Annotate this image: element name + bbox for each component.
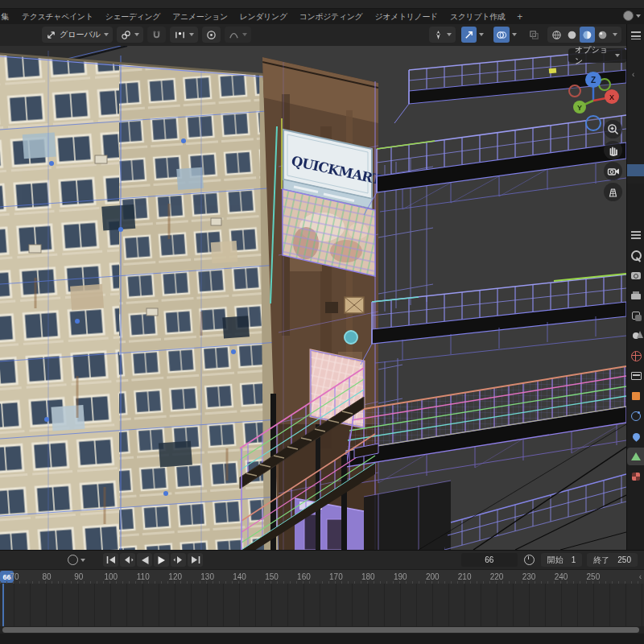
timeline-header: 66 開始 1 終了 250 <box>0 551 644 569</box>
jump-start-icon <box>105 555 117 564</box>
properties-tab-constraints[interactable] <box>627 407 644 425</box>
gizmo-toggle-button[interactable] <box>461 27 477 43</box>
proportional-falloff-button[interactable] <box>225 27 251 43</box>
scene-icon <box>633 332 639 339</box>
shading-rendered-button[interactable] <box>595 27 610 43</box>
tool-icon <box>631 250 642 261</box>
properties-tab-render[interactable] <box>627 266 644 284</box>
axis-neg-z-ball[interactable] <box>586 116 601 130</box>
timeline-ruler[interactable]: 66 ‹ 70809010011012013014015016017018019… <box>0 569 644 584</box>
world-icon <box>631 351 642 361</box>
scene-icon[interactable] <box>623 10 634 21</box>
properties-tab-output[interactable] <box>627 287 644 304</box>
axis-x-label: X <box>609 93 614 101</box>
playhead-line[interactable] <box>2 584 4 626</box>
pivot-point-button[interactable] <box>117 27 143 43</box>
jump-to-start-button[interactable] <box>103 553 118 567</box>
shading-solid-button[interactable] <box>564 27 580 43</box>
xray-toggle-button[interactable] <box>525 27 543 43</box>
ruler-tick-130: 130 <box>196 572 220 581</box>
properties-tab-object[interactable] <box>627 387 644 405</box>
ruler-tick-110: 110 <box>131 572 155 581</box>
workspace-tabs: 集テクスチャペイントシェーディングアニメーションレンダリングコンポジティングジオ… <box>0 9 523 24</box>
chevron-down-icon[interactable] <box>479 33 484 36</box>
shading-mode-group <box>547 27 621 43</box>
properties-tab-editor-type[interactable] <box>627 226 644 244</box>
properties-tab-world[interactable] <box>627 347 644 365</box>
prev-keyframe-button[interactable] <box>120 553 135 567</box>
properties-tab-material[interactable] <box>627 468 644 485</box>
properties-tab-physics[interactable] <box>627 427 644 445</box>
show-gizmo-button[interactable] <box>429 27 456 43</box>
orthographic-toggle-button[interactable] <box>604 183 622 201</box>
current-frame-field[interactable]: 66 <box>461 553 518 567</box>
material-preview-sphere-icon <box>582 30 592 40</box>
object-data-icon <box>631 452 641 460</box>
properties-tab-view-layer[interactable] <box>627 307 644 324</box>
ruler-tick-200: 200 <box>420 572 444 581</box>
zoom-button[interactable] <box>604 120 622 138</box>
xray-icon <box>529 30 539 40</box>
ruler-tick-160: 160 <box>291 572 316 581</box>
timeline-scroll-row <box>0 626 644 634</box>
hand-icon <box>607 144 619 156</box>
snap-target-button[interactable] <box>170 27 198 43</box>
next-keyframe-icon <box>173 555 184 564</box>
jump-to-end-button[interactable] <box>188 553 203 567</box>
3d-viewport[interactable]: QUICKMART <box>0 46 626 550</box>
chevron-down-icon <box>80 559 85 562</box>
workspace-tab-5[interactable]: レンダリング <box>239 10 288 24</box>
workspace-tab-4[interactable]: アニメーション <box>171 10 229 24</box>
chevron-down-icon[interactable] <box>512 33 517 36</box>
shading-wireframe-button[interactable] <box>549 27 564 43</box>
workspace-tab-8[interactable]: スクリプト作成 <box>449 10 506 24</box>
empty-marker[interactable] <box>345 331 357 344</box>
camera-icon <box>607 166 620 177</box>
properties-tab-tool[interactable] <box>627 246 644 264</box>
collapse-arrow-icon[interactable]: ‹ <box>632 70 634 79</box>
chevron-down-icon <box>447 33 452 36</box>
prev-keyframe-icon <box>122 555 134 564</box>
rendered-sphere-icon <box>597 30 608 40</box>
snap-magnet-button[interactable] <box>147 27 166 43</box>
play-reverse-button[interactable] <box>137 553 152 567</box>
outliner-selected-row[interactable] <box>627 164 644 176</box>
next-keyframe-button[interactable] <box>171 553 186 567</box>
transform-orientation-button[interactable]: グローバル <box>42 27 113 43</box>
properties-tab-scene[interactable] <box>627 327 644 345</box>
play-button[interactable] <box>154 553 169 567</box>
camera-view-button[interactable] <box>604 162 622 180</box>
timeline-scrollbar[interactable] <box>2 627 639 633</box>
gizmo-toggle-group <box>460 27 488 43</box>
timeline-collapse-arrow[interactable]: ‹ <box>639 572 642 581</box>
chevron-down-icon[interactable] <box>636 14 641 18</box>
jump-end-icon <box>190 555 201 564</box>
ruler-tick-250: 250 <box>581 572 605 581</box>
end-frame-field[interactable]: 終了 250 <box>587 553 638 567</box>
properties-tab-object-data[interactable] <box>627 448 644 465</box>
keying-set-button[interactable] <box>68 555 85 565</box>
ruler-tick-210: 210 <box>452 572 477 581</box>
start-frame-label: 開始 <box>547 555 564 566</box>
use-preview-range-button[interactable] <box>522 553 536 567</box>
properties-tab-collection[interactable] <box>627 367 644 385</box>
workspace-tab-7[interactable]: ジオメトリノード <box>374 10 438 24</box>
workspace-tab-2[interactable]: テクスチャペイント <box>21 10 94 24</box>
add-workspace-button[interactable]: + <box>516 10 523 24</box>
apartment-building[interactable] <box>0 46 279 550</box>
axis-neg-x-ball[interactable] <box>569 85 580 97</box>
overlays-button[interactable] <box>493 27 510 43</box>
shading-material-preview-button[interactable] <box>580 27 595 43</box>
outliner-strip[interactable]: ‹ <box>627 46 644 184</box>
start-frame-field[interactable]: 開始 1 <box>541 553 583 567</box>
pan-hand-button[interactable] <box>604 141 622 159</box>
chevron-down-icon[interactable] <box>613 33 617 36</box>
workspace-tab-3[interactable]: シェーディング <box>105 10 162 24</box>
timeline-tracks[interactable] <box>0 584 644 626</box>
blender-window: 集テクスチャペイントシェーディングアニメーションレンダリングコンポジティングジオ… <box>0 0 644 644</box>
workspace-tab-6[interactable]: コンポジティング <box>299 10 364 24</box>
workspace-tab-1[interactable]: 集 <box>0 10 10 24</box>
outliner-icon[interactable] <box>631 31 641 39</box>
proportional-editing-button[interactable] <box>202 27 221 43</box>
view-layer-icon <box>632 312 640 320</box>
